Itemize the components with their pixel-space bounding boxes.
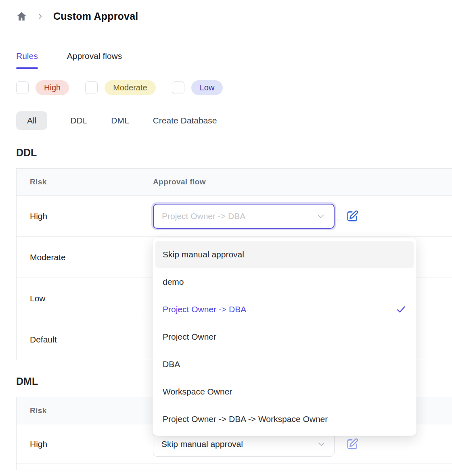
ddl-table-header: Risk Approval flow (17, 169, 452, 195)
ddl-high-flow-select-value: Project Owner -> DBA (162, 211, 245, 221)
home-icon[interactable] (16, 11, 27, 22)
chevron-right-icon (37, 13, 44, 20)
dropdown-item-skip-manual-approval[interactable]: Skip manual approval (155, 241, 414, 268)
ddl-row-high: High Project Owner -> DBA (17, 195, 452, 236)
risk-filter-row: High Moderate Low (16, 80, 452, 95)
checkbox-low[interactable] (172, 81, 184, 94)
dropdown-item-project-owner-dba-workspace-owner[interactable]: Project Owner -> DBA -> Workspace Owner (155, 405, 414, 433)
dropdown-item-demo[interactable]: demo (155, 268, 414, 296)
check-icon (396, 304, 406, 315)
ddl-risk-default: Default (17, 335, 153, 344)
chevron-down-icon (316, 211, 326, 221)
chevron-down-icon (316, 439, 326, 449)
category-tabs: All DDL DML Create Database (16, 111, 452, 130)
category-tab-all[interactable]: All (16, 111, 47, 130)
category-tab-create-database[interactable]: Create Database (152, 111, 218, 130)
checkbox-high[interactable] (16, 81, 29, 94)
ddl-high-flow-select[interactable]: Project Owner -> DBA (153, 204, 335, 229)
tab-approval-flows-label: Approval flows (67, 50, 122, 62)
ddl-header-risk: Risk (17, 177, 153, 186)
approval-flow-dropdown: Skip manual approval demo Project Owner … (153, 238, 416, 436)
filter-group-low: Low (172, 80, 223, 95)
dml-row-partial (17, 463, 452, 470)
dml-header-risk: Risk (17, 406, 153, 415)
filter-group-moderate: Moderate (85, 80, 156, 95)
edit-flow-icon[interactable] (345, 209, 359, 223)
ddl-risk-high: High (17, 211, 153, 221)
tab-approval-flows[interactable]: Approval flows (67, 50, 122, 69)
section-title-ddl: DDL (16, 147, 452, 159)
dml-risk-high: High (17, 439, 153, 449)
dropdown-item-project-owner[interactable]: Project Owner (155, 323, 414, 351)
edit-flow-icon[interactable] (345, 437, 359, 451)
category-tab-ddl[interactable]: DDL (69, 111, 88, 130)
dropdown-item-workspace-owner[interactable]: Workspace Owner (155, 378, 414, 405)
dml-high-flow-select-value: Skip manual approval (161, 439, 243, 449)
badge-high[interactable]: High (36, 80, 69, 95)
dropdown-item-project-owner-dba[interactable]: Project Owner -> DBA (155, 296, 414, 323)
tab-active-underline (16, 67, 38, 69)
filter-group-high: High (16, 80, 69, 95)
checkbox-moderate[interactable] (85, 81, 98, 94)
ddl-header-approval-flow: Approval flow (153, 177, 452, 186)
ddl-risk-moderate: Moderate (17, 253, 153, 262)
tab-rules[interactable]: Rules (16, 50, 38, 69)
page-title: Custom Approval (53, 10, 138, 22)
badge-moderate[interactable]: Moderate (105, 80, 156, 95)
tab-bar: Rules Approval flows (16, 50, 452, 69)
ddl-risk-low: Low (17, 294, 153, 303)
category-tab-dml[interactable]: DML (110, 111, 130, 130)
dropdown-item-dba[interactable]: DBA (155, 351, 414, 378)
tab-rules-label: Rules (16, 50, 38, 62)
badge-low[interactable]: Low (191, 80, 223, 95)
breadcrumb: Custom Approval (16, 0, 452, 22)
